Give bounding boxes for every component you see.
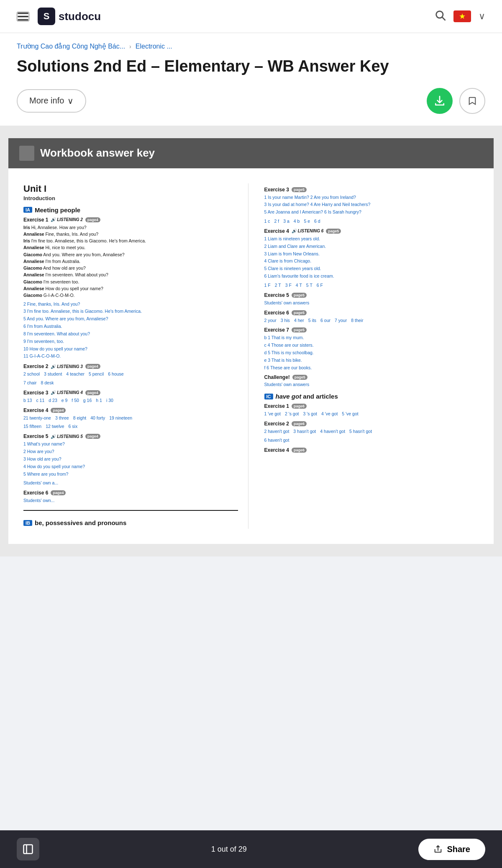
share-button[interactable]: Share bbox=[418, 839, 485, 860]
section-1b-badge: IB bbox=[23, 520, 32, 526]
page-title: Solutions 2nd Ed – Elementary – WB Answe… bbox=[17, 57, 485, 76]
exercise-1c-4-page: page6 bbox=[292, 448, 307, 453]
exercise-3-left-answers: b 13c 11d 23e 9f 50g 16h 1i 30 bbox=[23, 397, 238, 404]
exercise-5-right-answers: Students' own answers bbox=[264, 299, 479, 307]
unit-title: Unit I bbox=[23, 183, 238, 194]
exercise-3-listening: 🔊 LISTENING 4 bbox=[51, 390, 82, 395]
exercise-4-right-title: Exercise 4 🔊 LISTENING 6 page5 bbox=[264, 228, 479, 234]
share-label: Share bbox=[447, 845, 470, 854]
exercise-1c-2-label: Exercise 2 bbox=[264, 421, 289, 427]
exercise-4-left-label: Exercise 4 bbox=[23, 407, 48, 413]
exercise-1-page: page4 bbox=[85, 217, 100, 222]
breadcrumb-subject: Electronic ... bbox=[136, 43, 172, 50]
exercise-2-listening: 🔊 LISTENING 3 bbox=[51, 364, 82, 369]
challenge-answers: Students' own answers bbox=[264, 381, 479, 388]
exercise-5-left-label: Exercise 5 bbox=[23, 433, 48, 439]
section-1a-heading: IA Meeting people bbox=[23, 206, 238, 214]
exercise-2-label: Exercise 2 bbox=[23, 363, 48, 369]
exercise-3-left-title: Exercise 3 🔊 LISTENING 4 page4 bbox=[23, 390, 238, 396]
exercise-1c-2-answers: 2 haven't got3 hasn't got4 haven't got5 … bbox=[264, 428, 479, 435]
svg-rect-2 bbox=[24, 845, 33, 854]
exercise-1-label: Exercise 1 bbox=[23, 217, 48, 223]
exercise-3-right-page: page5 bbox=[292, 187, 307, 192]
exercise-7-right-items: b 1 That is my mum. c 4 Those are our si… bbox=[264, 334, 479, 371]
search-button[interactable] bbox=[434, 9, 446, 24]
exercise-2-page: page4 bbox=[85, 364, 100, 369]
logo[interactable]: S studocu bbox=[38, 8, 101, 25]
exercise-5-right-label: Exercise 5 bbox=[264, 292, 289, 298]
exercise-3-right-questions: 1 Is your name Martin? 2 Are you from Ir… bbox=[264, 194, 479, 216]
section-1c: IC have got and articles Exercise 1 page… bbox=[264, 393, 479, 453]
bookmark-button[interactable] bbox=[459, 88, 485, 114]
exercise-1c-1-label: Exercise 1 bbox=[264, 403, 289, 409]
exercise-6-right-answers: 2 your3 his4 her5 its6 our7 your8 their bbox=[264, 317, 479, 324]
doc-header: Workbook answer key bbox=[8, 138, 494, 168]
svg-line-1 bbox=[442, 17, 445, 20]
exercise-3-right-answers: 1 c2 f3 a4 b5 e6 d bbox=[264, 218, 479, 225]
unit-subtitle: Introduction bbox=[23, 195, 238, 201]
exercise-1c-2-title: Exercise 2 page6 bbox=[264, 421, 479, 427]
left-column: Unit I Introduction IA Meeting people Ex… bbox=[23, 183, 248, 529]
breadcrumb-section: Trường Cao đẳng Công Nghệ Bác... › Elect… bbox=[0, 33, 502, 50]
section-1a-badge: IA bbox=[23, 207, 32, 213]
doc-page: Unit I Introduction IA Meeting people Ex… bbox=[8, 168, 494, 544]
exercise-2-answers2: 7 chair8 desk bbox=[23, 379, 238, 386]
exercise-1c-4-title: Exercise 4 page6 bbox=[264, 447, 479, 453]
more-info-label: More info bbox=[29, 96, 64, 106]
bookmark-icon bbox=[468, 96, 477, 106]
document-section: Workbook answer key Unit I Introduction … bbox=[0, 126, 502, 556]
exercise-1-title: Exercise 1 🔊 LISTENING 2 page4 bbox=[23, 217, 238, 223]
challenge-page: page5 bbox=[292, 375, 307, 380]
exercise-4-left-answers2: 15 fifteen12 twelve6 six bbox=[23, 423, 238, 430]
exercise-5-students: Students' own a... bbox=[23, 479, 238, 487]
exercise-7-right-title: Exercise 7 page5 bbox=[264, 327, 479, 333]
exercise-5-left-title: Exercise 5 🔊 LISTENING 5 page4 bbox=[23, 433, 238, 439]
breadcrumb-separator: › bbox=[129, 43, 131, 50]
exercise-1c-2-page: page6 bbox=[292, 421, 307, 426]
logo-text: studocu bbox=[59, 10, 101, 23]
exercise-4-right-page: page5 bbox=[326, 229, 341, 234]
action-bar: More info ∨ bbox=[0, 88, 502, 126]
exercise-7-right-label: Exercise 7 bbox=[264, 327, 289, 333]
doc-header-icon bbox=[19, 146, 34, 161]
exercise-6-right-label: Exercise 6 bbox=[264, 310, 289, 316]
more-info-button[interactable]: More info ∨ bbox=[17, 89, 86, 113]
header-right: ★ ∨ bbox=[434, 9, 485, 24]
exercise-1c-1-title: Exercise 1 page6 bbox=[264, 403, 479, 409]
challenge-text: Challenge! bbox=[264, 374, 290, 380]
exercise-4-left-title: Exercise 4 page4 bbox=[23, 407, 238, 413]
title-section: Solutions 2nd Ed – Elementary – WB Answe… bbox=[0, 50, 502, 88]
exercise-6-left-label: Exercise 6 bbox=[23, 490, 48, 496]
exercise-3-right-label: Exercise 3 bbox=[264, 187, 289, 193]
exercise-5-right-page: page5 bbox=[292, 293, 307, 298]
exercise-1c-1-answers: 1 've got2 's got3 's got4 've got5 've … bbox=[264, 410, 479, 417]
exercise-2-title: Exercise 2 🔊 LISTENING 3 page4 bbox=[23, 363, 238, 369]
exercise-5-right-title: Exercise 5 page5 bbox=[264, 292, 479, 298]
exercise-4-right-answers: 1 F2 T3 F4 T5 T6 F bbox=[264, 282, 479, 289]
download-button[interactable] bbox=[427, 88, 453, 114]
chevron-down-button[interactable]: ∨ bbox=[479, 11, 485, 22]
logo-icon: S bbox=[38, 8, 55, 25]
panel-icon bbox=[22, 843, 34, 855]
exercise-4-left-answers: 21 twenty-one3 three8 eight40 forty19 ni… bbox=[23, 415, 238, 422]
exercise-5-listening: 🔊 LISTENING 5 bbox=[51, 434, 82, 439]
hamburger-menu[interactable] bbox=[17, 12, 29, 21]
section-1c-label: have got and articles bbox=[276, 393, 338, 400]
exercise-3-left-label: Exercise 3 bbox=[23, 390, 48, 396]
share-icon bbox=[433, 845, 443, 854]
right-column: Exercise 3 page5 1 Is your name Martin? … bbox=[261, 183, 479, 529]
exercise-5-left-page: page4 bbox=[85, 434, 100, 439]
doc-header-title: Workbook answer key bbox=[40, 147, 155, 160]
more-info-chevron: ∨ bbox=[67, 96, 74, 106]
panel-toggle-button[interactable] bbox=[17, 838, 39, 860]
breadcrumb-school[interactable]: Trường Cao đẳng Công Nghệ Bác... bbox=[17, 42, 125, 50]
exercise-1-listening-badge: 🔊 LISTENING 2 bbox=[51, 217, 82, 222]
section-1b-label: be, possessives and pronouns bbox=[35, 519, 126, 526]
exercise-6-left-page: page4 bbox=[51, 490, 66, 495]
bottom-bar: 1 out of 29 Share bbox=[0, 830, 502, 868]
flag-icon: ★ bbox=[453, 10, 471, 22]
breadcrumb: Trường Cao đẳng Công Nghệ Bác... › Elect… bbox=[17, 42, 485, 50]
header: S studocu ★ ∨ bbox=[0, 0, 502, 33]
exercise-7-right-page: page5 bbox=[292, 327, 307, 332]
exercise-5-left-answers: 1 What's your name? 2 How are you? 3 How… bbox=[23, 440, 238, 478]
